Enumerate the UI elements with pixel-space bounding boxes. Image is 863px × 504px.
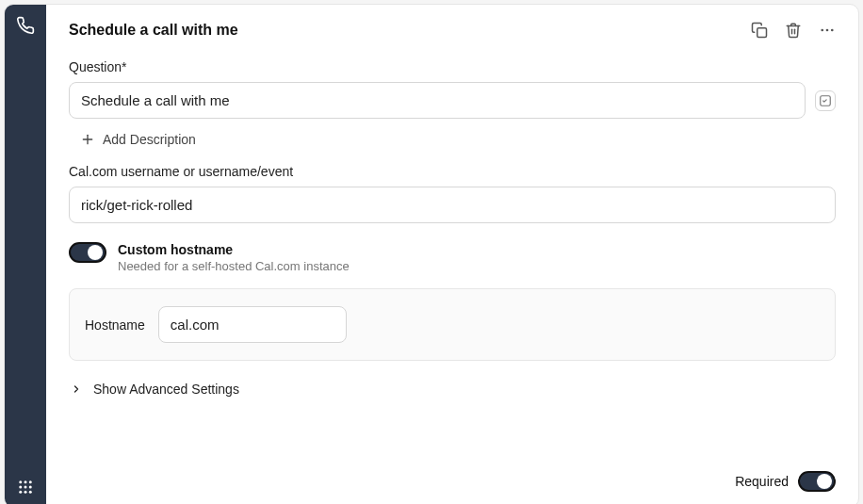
panel-title: Schedule a call with me xyxy=(69,22,238,39)
svg-point-5 xyxy=(29,486,32,489)
svg-point-3 xyxy=(19,486,22,489)
svg-point-1 xyxy=(24,480,27,483)
hostname-card: Hostname xyxy=(69,288,836,361)
trash-icon[interactable] xyxy=(785,22,802,39)
hostname-input[interactable] xyxy=(158,306,347,343)
add-description-label: Add Description xyxy=(103,132,196,147)
required-label: Required xyxy=(735,474,789,489)
svg-point-11 xyxy=(826,29,829,32)
required-toggle[interactable] xyxy=(798,471,836,492)
svg-point-0 xyxy=(19,480,22,483)
svg-point-6 xyxy=(19,491,22,494)
main-panel: Schedule a call with me Question* xyxy=(46,5,858,504)
add-description-button[interactable]: Add Description xyxy=(69,132,836,147)
svg-point-12 xyxy=(831,29,834,32)
svg-point-10 xyxy=(821,29,823,32)
svg-rect-9 xyxy=(757,28,767,38)
advanced-label: Show Advanced Settings xyxy=(93,382,239,397)
more-icon[interactable] xyxy=(819,22,836,39)
question-label: Question* xyxy=(69,59,836,74)
chevron-right-icon xyxy=(71,383,82,395)
show-advanced-settings[interactable]: Show Advanced Settings xyxy=(69,382,836,397)
custom-hostname-toggle[interactable] xyxy=(69,242,106,263)
svg-point-4 xyxy=(24,486,27,489)
hostname-label: Hostname xyxy=(85,317,145,333)
svg-point-7 xyxy=(24,491,27,494)
copy-icon[interactable] xyxy=(751,22,768,39)
svg-point-8 xyxy=(29,491,32,494)
custom-hostname-subtitle: Needed for a self-hosted Cal.com instanc… xyxy=(118,259,350,273)
svg-point-2 xyxy=(29,480,32,483)
username-label: Cal.com username or username/event xyxy=(69,164,836,179)
question-input[interactable] xyxy=(69,82,806,119)
calcom-username-input[interactable] xyxy=(69,187,836,223)
custom-hostname-title: Custom hostname xyxy=(118,242,350,257)
ai-enhance-icon[interactable] xyxy=(815,90,836,111)
sidebar xyxy=(5,5,46,504)
phone-icon[interactable] xyxy=(16,16,35,35)
apps-grid-icon[interactable] xyxy=(17,479,34,496)
